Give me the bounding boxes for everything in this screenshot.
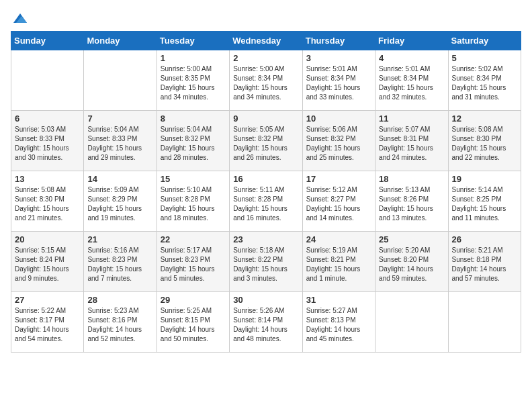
calendar-cell: 25Sunrise: 5:20 AMSunset: 8:20 PMDayligh… [375,232,448,292]
calendar-cell: 10Sunrise: 5:06 AMSunset: 8:32 PMDayligh… [302,111,375,171]
day-number: 25 [379,234,444,244]
day-number: 15 [161,174,226,184]
day-number: 31 [306,295,371,305]
day-info: Sunrise: 5:21 AMSunset: 8:18 PMDaylight:… [452,246,517,283]
logo [11,11,28,23]
day-number: 6 [15,113,80,124]
day-info: Sunrise: 5:10 AMSunset: 8:28 PMDaylight:… [161,185,226,223]
day-info: Sunrise: 5:11 AMSunset: 8:28 PMDaylight:… [233,185,298,223]
calendar-cell: 22Sunrise: 5:17 AMSunset: 8:23 PMDayligh… [157,232,229,292]
day-number: 29 [161,295,226,305]
day-info: Sunrise: 5:27 AMSunset: 8:13 PMDaylight:… [306,306,371,344]
day-number: 3 [306,53,371,63]
day-number: 17 [306,174,371,184]
calendar-cell: 13Sunrise: 5:08 AMSunset: 8:30 PMDayligh… [11,171,84,232]
header-sunday: Sunday [11,32,84,50]
day-info: Sunrise: 5:06 AMSunset: 8:32 PMDaylight:… [306,125,371,163]
day-info: Sunrise: 5:16 AMSunset: 8:23 PMDaylight:… [87,246,152,283]
day-number: 26 [452,234,517,244]
calendar-header-row: SundayMondayTuesdayWednesdayThursdayFrid… [11,32,521,50]
calendar-table: SundayMondayTuesdayWednesdayThursdayFrid… [11,31,521,353]
day-info: Sunrise: 5:01 AMSunset: 8:34 PMDaylight:… [306,64,371,102]
header-friday: Friday [375,32,448,50]
day-info: Sunrise: 5:09 AMSunset: 8:29 PMDaylight:… [87,185,152,223]
calendar-week-2: 6Sunrise: 5:03 AMSunset: 8:33 PMDaylight… [11,111,521,171]
day-number: 12 [452,113,517,124]
day-number: 14 [87,174,152,184]
day-info: Sunrise: 5:05 AMSunset: 8:32 PMDaylight:… [233,125,298,163]
calendar-week-3: 13Sunrise: 5:08 AMSunset: 8:30 PMDayligh… [11,171,521,232]
day-number: 18 [379,174,444,184]
calendar-cell: 4Sunrise: 5:01 AMSunset: 8:34 PMDaylight… [375,50,448,111]
day-number: 2 [233,53,298,63]
day-info: Sunrise: 5:08 AMSunset: 8:30 PMDaylight:… [15,185,80,223]
calendar-cell: 5Sunrise: 5:02 AMSunset: 8:34 PMDaylight… [448,50,521,111]
calendar-cell: 12Sunrise: 5:08 AMSunset: 8:30 PMDayligh… [448,111,521,171]
day-number: 20 [15,234,80,244]
calendar-cell: 9Sunrise: 5:05 AMSunset: 8:32 PMDaylight… [230,111,302,171]
day-number: 24 [306,234,371,244]
calendar-cell: 6Sunrise: 5:03 AMSunset: 8:33 PMDaylight… [11,111,84,171]
header-monday: Monday [84,32,157,50]
logo-icon [12,11,28,27]
calendar-cell: 19Sunrise: 5:14 AMSunset: 8:25 PMDayligh… [448,171,521,232]
day-info: Sunrise: 5:13 AMSunset: 8:26 PMDaylight:… [379,185,444,223]
calendar-cell: 20Sunrise: 5:15 AMSunset: 8:24 PMDayligh… [11,232,84,292]
day-number: 16 [233,174,298,184]
calendar-cell [448,292,521,353]
day-number: 13 [15,174,80,184]
day-info: Sunrise: 5:04 AMSunset: 8:32 PMDaylight:… [161,125,226,163]
calendar-cell: 28Sunrise: 5:23 AMSunset: 8:16 PMDayligh… [84,292,157,353]
calendar-cell [84,50,157,111]
calendar-cell: 2Sunrise: 5:00 AMSunset: 8:34 PMDaylight… [230,50,302,111]
page-header [11,11,521,23]
day-info: Sunrise: 5:07 AMSunset: 8:31 PMDaylight:… [379,125,444,163]
day-info: Sunrise: 5:20 AMSunset: 8:20 PMDaylight:… [379,246,444,283]
day-info: Sunrise: 5:12 AMSunset: 8:27 PMDaylight:… [306,185,371,223]
day-number: 5 [452,53,517,63]
calendar-cell: 16Sunrise: 5:11 AMSunset: 8:28 PMDayligh… [230,171,302,232]
calendar-cell: 14Sunrise: 5:09 AMSunset: 8:29 PMDayligh… [84,171,157,232]
day-number: 23 [233,234,298,244]
calendar-cell: 31Sunrise: 5:27 AMSunset: 8:13 PMDayligh… [302,292,375,353]
calendar-cell: 24Sunrise: 5:19 AMSunset: 8:21 PMDayligh… [302,232,375,292]
calendar-cell [11,50,84,111]
day-number: 11 [379,113,444,124]
calendar-cell: 23Sunrise: 5:18 AMSunset: 8:22 PMDayligh… [230,232,302,292]
calendar-cell: 8Sunrise: 5:04 AMSunset: 8:32 PMDaylight… [157,111,229,171]
calendar-cell: 21Sunrise: 5:16 AMSunset: 8:23 PMDayligh… [84,232,157,292]
day-info: Sunrise: 5:00 AMSunset: 8:35 PMDaylight:… [161,64,226,102]
calendar-cell: 3Sunrise: 5:01 AMSunset: 8:34 PMDaylight… [302,50,375,111]
day-info: Sunrise: 5:14 AMSunset: 8:25 PMDaylight:… [452,185,517,223]
day-info: Sunrise: 5:00 AMSunset: 8:34 PMDaylight:… [233,64,298,102]
calendar-cell: 17Sunrise: 5:12 AMSunset: 8:27 PMDayligh… [302,171,375,232]
day-number: 19 [452,174,517,184]
day-info: Sunrise: 5:25 AMSunset: 8:15 PMDaylight:… [161,306,226,344]
calendar-cell: 1Sunrise: 5:00 AMSunset: 8:35 PMDaylight… [157,50,229,111]
day-number: 7 [87,113,152,124]
day-info: Sunrise: 5:01 AMSunset: 8:34 PMDaylight:… [379,64,444,102]
day-number: 4 [379,53,444,63]
header-wednesday: Wednesday [230,32,302,50]
calendar-week-1: 1Sunrise: 5:00 AMSunset: 8:35 PMDaylight… [11,50,521,111]
calendar-cell: 18Sunrise: 5:13 AMSunset: 8:26 PMDayligh… [375,171,448,232]
calendar-week-4: 20Sunrise: 5:15 AMSunset: 8:24 PMDayligh… [11,232,521,292]
day-info: Sunrise: 5:19 AMSunset: 8:21 PMDaylight:… [306,246,371,283]
day-number: 8 [161,113,226,124]
day-info: Sunrise: 5:15 AMSunset: 8:24 PMDaylight:… [15,246,80,283]
day-number: 1 [161,53,226,63]
day-number: 10 [306,113,371,124]
day-info: Sunrise: 5:23 AMSunset: 8:16 PMDaylight:… [87,306,152,344]
calendar-cell: 27Sunrise: 5:22 AMSunset: 8:17 PMDayligh… [11,292,84,353]
header-tuesday: Tuesday [157,32,229,50]
day-number: 28 [87,295,152,305]
day-info: Sunrise: 5:08 AMSunset: 8:30 PMDaylight:… [452,125,517,163]
calendar-cell: 29Sunrise: 5:25 AMSunset: 8:15 PMDayligh… [157,292,229,353]
calendar-cell: 11Sunrise: 5:07 AMSunset: 8:31 PMDayligh… [375,111,448,171]
calendar-cell: 30Sunrise: 5:26 AMSunset: 8:14 PMDayligh… [230,292,302,353]
calendar-week-5: 27Sunrise: 5:22 AMSunset: 8:17 PMDayligh… [11,292,521,353]
day-number: 9 [233,113,298,124]
calendar-cell: 7Sunrise: 5:04 AMSunset: 8:33 PMDaylight… [84,111,157,171]
day-info: Sunrise: 5:26 AMSunset: 8:14 PMDaylight:… [233,306,298,344]
day-info: Sunrise: 5:03 AMSunset: 8:33 PMDaylight:… [15,125,80,163]
